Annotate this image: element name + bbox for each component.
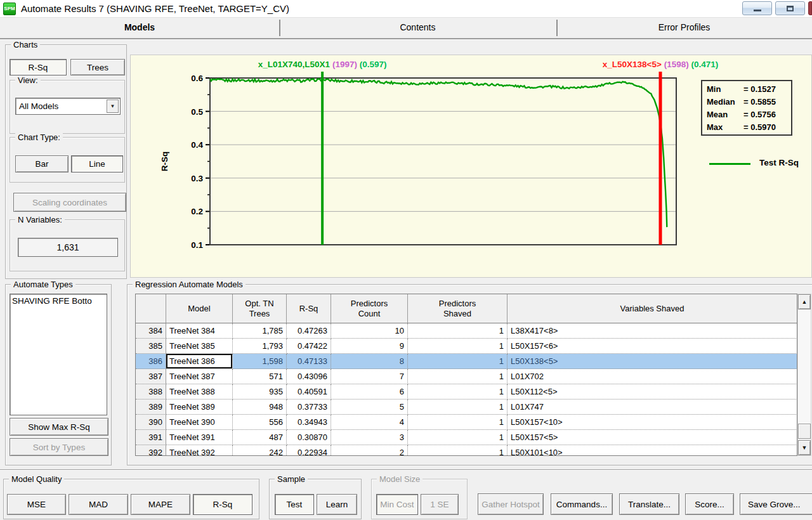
grid-cell[interactable]: TreeNet 389 [166, 400, 233, 415]
trees-chart-button[interactable]: Trees [70, 59, 125, 75]
grid-cell[interactable]: L01X747 [508, 400, 797, 415]
grid-cell[interactable]: TreeNet 387 [166, 369, 233, 384]
grid-cell[interactable]: 1 [408, 354, 508, 369]
grid-cell[interactable]: 390 [136, 415, 166, 430]
grid-cell[interactable]: 1,793 [233, 339, 287, 354]
close-button[interactable] [808, 1, 812, 15]
automate-types-listbox[interactable]: SHAVING RFE Botto [10, 294, 107, 415]
rsq-chart-button[interactable]: R-Sq [10, 59, 67, 75]
grid-cell[interactable]: 487 [233, 430, 287, 445]
line-chart-button[interactable]: Line [71, 155, 123, 172]
chevron-down-icon[interactable]: ▼ [107, 100, 119, 113]
mad-button[interactable]: MAD [69, 494, 128, 515]
grid-cell[interactable]: 389 [136, 400, 166, 415]
grid-cell[interactable]: L01X702 [508, 369, 797, 384]
model-row-392[interactable]: 392TreeNet 3922420.2293421L50X101<10> [136, 445, 797, 456]
grid-cell[interactable]: 3 [331, 430, 408, 445]
model-row-390[interactable]: 390TreeNet 3905560.3494341L50X157<10> [136, 415, 797, 430]
grid-cell[interactable]: 10 [331, 323, 408, 339]
grid-cell[interactable]: L50X101<10> [508, 445, 797, 456]
grid-cell[interactable]: 1 [408, 415, 508, 430]
grid-cell[interactable]: 4 [331, 415, 408, 430]
grid-cell[interactable]: 0.47263 [287, 323, 331, 339]
grid-cell[interactable]: 1 [408, 400, 508, 415]
grid-cell[interactable]: 1 [408, 323, 508, 339]
maximize-button[interactable] [775, 1, 805, 15]
grid-cell[interactable]: 0.37733 [287, 400, 331, 415]
model-row-387[interactable]: 387TreeNet 3875710.4309671L01X702 [136, 369, 797, 384]
grid-cell[interactable]: 387 [136, 369, 166, 384]
grid-cell[interactable]: TreeNet 386 [166, 354, 233, 369]
model-row-385[interactable]: 385TreeNet 3851,7930.4742291L50X157<6> [136, 339, 797, 354]
grid-cell[interactable]: TreeNet 384 [166, 323, 233, 339]
show-max-rsq-button[interactable]: Show Max R-Sq [10, 418, 108, 436]
translate-button[interactable]: Translate... [619, 493, 679, 515]
grid-cell[interactable]: 388 [136, 384, 166, 400]
grid-cell[interactable]: 385 [136, 339, 166, 354]
grid-cell[interactable]: 556 [233, 415, 287, 430]
models-grid-scrollbar[interactable]: ▲ ▼ [797, 294, 811, 456]
grid-cell[interactable]: 9 [331, 339, 408, 354]
grid-cell[interactable]: L50X112<5> [508, 384, 797, 400]
commands-button[interactable]: Commands... [551, 493, 613, 515]
grid-cell[interactable]: 392 [136, 445, 166, 456]
test-sample-button[interactable]: Test [275, 494, 314, 515]
grid-cell[interactable]: 8 [331, 354, 408, 369]
grid-cell[interactable]: 7 [331, 369, 408, 384]
tab-models[interactable]: Models [0, 18, 279, 38]
rsq-quality-button[interactable]: R-Sq [193, 494, 252, 515]
scroll-up-icon[interactable]: ▲ [798, 294, 811, 309]
grid-cell[interactable]: 1,598 [233, 354, 287, 369]
grid-cell[interactable]: 1 [408, 430, 508, 445]
score-button[interactable]: Score... [685, 493, 734, 515]
grid-cell[interactable]: L50X157<10> [508, 415, 797, 430]
tab-contents[interactable]: Contents [279, 18, 556, 38]
bar-chart-button[interactable]: Bar [15, 155, 69, 172]
grid-cell[interactable]: 1 [408, 369, 508, 384]
grid-cell[interactable]: 1 [408, 339, 508, 354]
grid-cell[interactable]: 948 [233, 400, 287, 415]
grid-cell[interactable]: TreeNet 392 [166, 445, 233, 456]
grid-cell[interactable]: 1 [408, 384, 508, 400]
mape-button[interactable]: MAPE [131, 494, 190, 515]
model-row-391[interactable]: 391TreeNet 3914870.3087031L50X157<5> [136, 430, 797, 445]
grid-cell[interactable]: 2 [331, 445, 408, 456]
grid-cell[interactable]: 386 [136, 354, 166, 369]
grid-cell[interactable]: TreeNet 390 [166, 415, 233, 430]
view-dropdown[interactable]: All Models ▼ [15, 98, 121, 115]
grid-cell[interactable]: 1 [408, 445, 508, 456]
grid-cell[interactable]: 0.22934 [287, 445, 331, 456]
grid-cell[interactable]: L50X157<5> [508, 430, 797, 445]
grid-cell[interactable]: 5 [331, 400, 408, 415]
tab-error-profiles[interactable]: Error Profiles [556, 18, 812, 38]
model-row-389[interactable]: 389TreeNet 3899480.3773351L01X747 [136, 400, 797, 415]
model-row-384[interactable]: 384TreeNet 3841,7850.47263101L38X417<8> [136, 323, 797, 339]
grid-cell[interactable]: TreeNet 391 [166, 430, 233, 445]
scrollbar-thumb[interactable] [798, 424, 811, 439]
grid-cell[interactable]: 935 [233, 384, 287, 400]
grid-cell[interactable]: L38X417<8> [508, 323, 797, 339]
grid-cell[interactable]: 6 [331, 384, 408, 400]
model-row-388[interactable]: 388TreeNet 3889350.4059161L50X112<5> [136, 384, 797, 400]
grid-cell[interactable]: L50X157<6> [508, 339, 797, 354]
grid-cell[interactable]: 391 [136, 430, 166, 445]
minimize-button[interactable] [742, 1, 772, 15]
grid-cell[interactable]: 1,785 [233, 323, 287, 339]
scroll-down-icon[interactable]: ▼ [798, 440, 811, 455]
grid-cell[interactable]: 0.40591 [287, 384, 331, 400]
grid-cell[interactable]: 571 [233, 369, 287, 384]
learn-sample-button[interactable]: Learn [317, 494, 357, 515]
model-row-386[interactable]: 386TreeNet 3861,5980.4713381L50X138<5> [136, 354, 797, 369]
grid-cell[interactable]: 384 [136, 323, 166, 339]
grid-cell[interactable]: TreeNet 388 [166, 384, 233, 400]
save-grove-button[interactable]: Save Grove... [740, 493, 812, 515]
mse-button[interactable]: MSE [7, 494, 66, 515]
grid-cell[interactable]: 0.34943 [287, 415, 331, 430]
rsq-chart[interactable]: 0.10.20.30.40.50.6R-Sq [131, 55, 812, 278]
grid-cell[interactable]: 0.47133 [287, 354, 331, 369]
grid-cell[interactable]: TreeNet 385 [166, 339, 233, 354]
grid-cell[interactable]: 0.47422 [287, 339, 331, 354]
grid-cell[interactable]: 0.30870 [287, 430, 331, 445]
grid-cell[interactable]: 0.43096 [287, 369, 331, 384]
grid-cell[interactable]: L50X138<5> [508, 354, 797, 369]
